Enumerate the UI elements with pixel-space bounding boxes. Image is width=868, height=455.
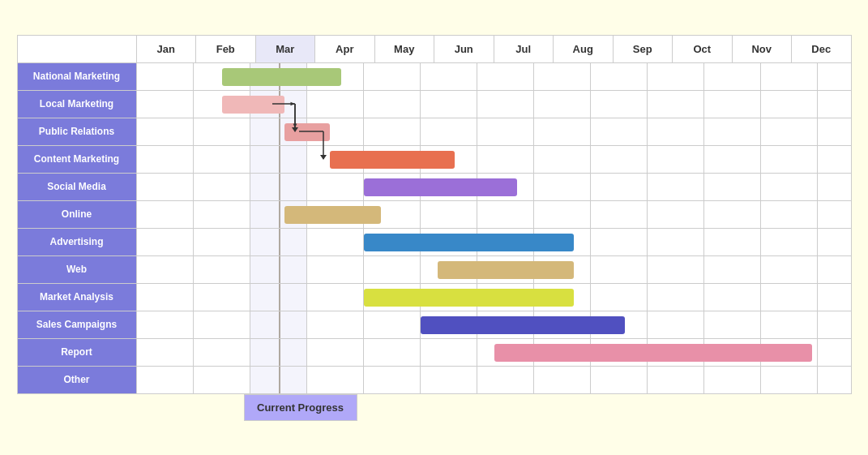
progress-line	[279, 229, 280, 255]
progress-line	[279, 339, 280, 366]
row-label-local-marketing: Local Marketing	[17, 90, 136, 118]
progress-line	[279, 311, 280, 338]
gantt-bar-7-0	[438, 261, 574, 279]
gantt-row-9	[136, 311, 851, 338]
gantt-bar-1-0	[222, 96, 284, 114]
footer-month-sep	[641, 394, 698, 421]
table-row: Report	[17, 338, 851, 366]
gantt-row-2	[136, 118, 851, 145]
table-row: Advertising	[17, 228, 851, 255]
footer-month-nov	[755, 394, 811, 421]
gantt-bar-2-0	[284, 123, 330, 141]
gantt-row-7	[136, 255, 851, 283]
gantt-row-11	[136, 366, 851, 393]
month-header-dec: Dec	[792, 35, 852, 62]
row-label-other: Other	[17, 366, 136, 393]
gantt-chart-container: JanFebMarAprMayJunJulAugSepOctNovDec Nat…	[9, 19, 860, 437]
gantt-row-5	[136, 200, 851, 228]
label-header	[17, 35, 136, 62]
table-row: Online	[17, 200, 851, 228]
row-label-web: Web	[17, 255, 136, 283]
table-row: Market Analysis	[17, 283, 851, 311]
gantt-bar-4-0	[364, 178, 517, 196]
table-row: Content Marketing	[17, 145, 851, 173]
table-row: Local Marketing	[17, 90, 851, 118]
gantt-bar-9-0	[421, 316, 625, 334]
progress-line	[279, 146, 280, 173]
row-label-national-marketing: National Marketing	[17, 62, 136, 90]
gantt-bar-5-0	[284, 206, 381, 224]
month-header-sep: Sep	[613, 35, 673, 62]
footer-month-jan	[130, 394, 187, 421]
month-header-jan: Jan	[136, 35, 196, 62]
table-row: Other	[17, 366, 851, 393]
row-label-market-analysis: Market Analysis	[17, 283, 136, 311]
table-row: National Marketing	[17, 62, 851, 90]
table-row: Public Relations	[17, 118, 851, 145]
row-label-report: Report	[17, 338, 136, 366]
month-header-may: May	[374, 35, 434, 62]
gantt-row-10	[136, 338, 851, 366]
progress-line	[279, 256, 280, 283]
footer-month-apr	[357, 394, 414, 421]
gantt-bar-6-0	[364, 234, 574, 251]
month-header-jul: Jul	[494, 35, 554, 62]
row-label-public-relations: Public Relations	[17, 118, 136, 145]
month-header-apr: Apr	[315, 35, 375, 62]
footer-month-dec	[811, 394, 868, 421]
progress-line	[279, 284, 280, 311]
footer-month-mar: Current Progress	[244, 394, 357, 421]
month-header-nov: Nov	[732, 35, 792, 62]
gantt-row-1	[136, 90, 851, 118]
gantt-bar-8-0	[364, 289, 574, 307]
footer-month-feb	[187, 394, 244, 421]
footer-month-oct	[698, 394, 755, 421]
month-header-mar: Mar	[255, 35, 315, 62]
footer-month-aug	[584, 394, 641, 421]
gantt-bar-10-0	[494, 344, 812, 362]
gantt-table: JanFebMarAprMayJunJulAugSepOctNovDec Nat…	[17, 35, 852, 394]
table-row: Sales Campaigns	[17, 311, 851, 338]
month-header-oct: Oct	[673, 35, 733, 62]
table-row: Social Media	[17, 173, 851, 200]
row-label-social-media: Social Media	[17, 173, 136, 200]
gantt-row-0	[136, 62, 851, 90]
progress-line	[279, 118, 280, 145]
row-label-sales-campaigns: Sales Campaigns	[17, 311, 136, 338]
month-header-jun: Jun	[434, 35, 494, 62]
progress-line	[279, 174, 280, 200]
gantt-row-8	[136, 283, 851, 311]
footer-month-may	[414, 394, 471, 421]
month-header-aug: Aug	[554, 35, 614, 62]
row-label-online: Online	[17, 200, 136, 228]
month-header-feb: Feb	[196, 35, 256, 62]
gantt-row-4	[136, 173, 851, 200]
footer-month-jun	[471, 394, 528, 421]
table-row: Web	[17, 255, 851, 283]
footer-month-jul	[528, 394, 584, 421]
progress-line	[279, 201, 280, 228]
row-label-content-marketing: Content Marketing	[17, 145, 136, 173]
gantt-row-6	[136, 228, 851, 255]
progress-line	[279, 367, 280, 393]
gantt-bar-3-0	[330, 151, 455, 169]
row-label-advertising: Advertising	[17, 228, 136, 255]
gantt-row-3	[136, 145, 851, 173]
gantt-bar-0-0	[222, 68, 341, 86]
